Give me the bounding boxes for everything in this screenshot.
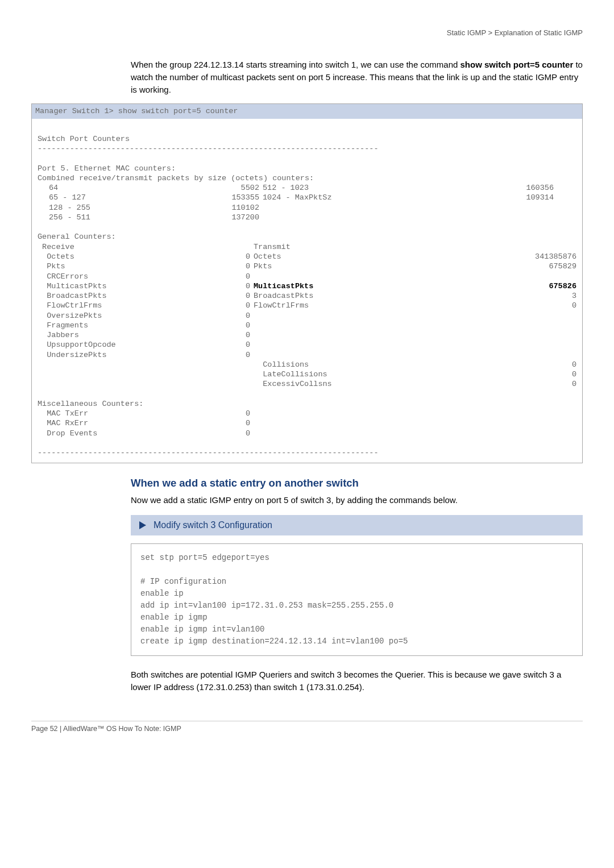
counter-tx-value xyxy=(486,272,576,281)
modify-config-label: Modify switch 3 Configuration xyxy=(154,520,272,530)
counter-tx-value: 341385876 xyxy=(486,252,576,261)
page-footer: Page 52 | AlliedWare™ OS How To Note: IG… xyxy=(31,721,583,733)
size-range-label: 256 - 511 xyxy=(38,213,208,222)
counter-tx-value: 675826 xyxy=(486,281,576,291)
misc-counter-value: 0 xyxy=(231,418,250,428)
combined-heading: Combined receive/transmit packets by siz… xyxy=(38,173,576,183)
size-range-right-value: 160356 xyxy=(503,183,576,193)
counter-rx-value: 0 xyxy=(231,272,250,281)
counter-tx-value: 0 xyxy=(486,301,576,310)
counter-tx-only-label: Collisions xyxy=(250,360,486,369)
size-range-right-value: 109314 xyxy=(503,193,576,202)
counter-rx-value: 0 xyxy=(231,261,250,271)
counter-rx-label: Jabbers xyxy=(38,330,231,340)
counter-tx-label xyxy=(250,311,486,321)
size-range-label: 65 - 127 xyxy=(38,193,208,202)
counter-tx-label xyxy=(250,321,486,330)
counter-tx-only-value: 0 xyxy=(486,379,576,389)
counter-tx-label xyxy=(250,330,486,340)
counter-tx-label xyxy=(250,350,486,360)
misc-counter-label: MAC RxErr xyxy=(38,418,231,428)
size-range-value: 137200 xyxy=(208,213,259,222)
counter-rx-value: 0 xyxy=(231,291,250,301)
terminal-rule-bottom: ----------------------------------------… xyxy=(38,448,576,458)
counter-rx-value: 0 xyxy=(231,321,250,330)
receive-label: Receive xyxy=(38,242,231,252)
counter-tx-only-label: LateCollisions xyxy=(250,369,486,379)
terminal-title: Switch Port Counters xyxy=(38,134,576,144)
counter-rx-label: OversizePkts xyxy=(38,311,231,321)
config-code-block: set stp port=5 edgeport=yes # IP configu… xyxy=(131,543,583,656)
size-range-label: 128 - 255 xyxy=(38,203,208,213)
counter-tx-label xyxy=(250,272,486,281)
counter-tx-label: MulticastPkts xyxy=(250,281,486,291)
triangle-right-icon xyxy=(139,521,147,530)
section-body-1: Now we add a static IGMP entry on port 5… xyxy=(131,494,583,506)
breadcrumb: Static IGMP > Explanation of Static IGMP xyxy=(31,28,583,37)
intro-text-pre: When the group 224.12.13.14 starts strea… xyxy=(131,60,460,69)
counter-tx-value xyxy=(486,321,576,330)
section-heading: When we add a static entry on another sw… xyxy=(131,477,583,489)
transmit-label: Transmit xyxy=(250,242,486,252)
size-range-value: 110102 xyxy=(208,203,259,213)
misc-heading: Miscellaneous Counters: xyxy=(38,399,576,409)
intro-paragraph: When the group 224.12.13.14 starts strea… xyxy=(131,59,583,95)
counter-rx-value: 0 xyxy=(231,252,250,261)
counter-tx-only-value: 0 xyxy=(486,360,576,369)
size-range-right-label xyxy=(259,213,503,222)
counter-tx-value xyxy=(486,311,576,321)
counter-tx-value xyxy=(486,340,576,350)
size-range-right-value xyxy=(503,203,576,213)
counter-tx-value: 3 xyxy=(486,291,576,301)
counter-tx-label: Pkts xyxy=(250,261,486,271)
size-range-right-value xyxy=(503,213,576,222)
size-range-label: 64 xyxy=(38,183,208,193)
counter-rx-label: UndersizePkts xyxy=(38,350,231,360)
modify-config-bar: Modify switch 3 Configuration xyxy=(131,515,583,535)
size-range-right-label: 1024 - MaxPktSz xyxy=(259,193,503,202)
size-range-right-label xyxy=(259,203,503,213)
counter-rx-label: MulticastPkts xyxy=(38,281,231,291)
counter-rx-value: 0 xyxy=(231,301,250,310)
counter-rx-value: 0 xyxy=(231,350,250,360)
counter-tx-label: BroadcastPkts xyxy=(250,291,486,301)
size-range-right-label: 512 - 1023 xyxy=(259,183,503,193)
counter-tx-only-label: ExcessivCollsns xyxy=(250,379,486,389)
terminal-output: Manager Switch 1> show switch port=5 cou… xyxy=(31,103,583,463)
counter-rx-label: Octets xyxy=(38,252,231,261)
misc-counter-label: Drop Events xyxy=(38,429,231,438)
counter-tx-value xyxy=(486,330,576,340)
counter-rx-label: FlowCtrlFrms xyxy=(38,301,231,310)
intro-cmd: show switch port=5 counter xyxy=(460,60,574,69)
counter-tx-value: 675829 xyxy=(486,261,576,271)
counter-rx-value: 0 xyxy=(231,311,250,321)
counter-rx-label: BroadcastPkts xyxy=(38,291,231,301)
general-heading: General Counters: xyxy=(38,232,576,242)
svg-marker-0 xyxy=(139,521,146,529)
misc-counter-value: 0 xyxy=(231,409,250,418)
counter-rx-value: 0 xyxy=(231,340,250,350)
size-range-value: 5502 xyxy=(208,183,259,193)
counter-rx-label: UpsupportOpcode xyxy=(38,340,231,350)
counter-tx-value xyxy=(486,350,576,360)
section-body-2: Both switches are potential IGMP Querier… xyxy=(131,668,583,693)
terminal-command-line: Manager Switch 1> show switch port=5 cou… xyxy=(32,104,582,118)
port-heading: Port 5. Ethernet MAC counters: xyxy=(38,164,576,173)
counter-tx-only-value: 0 xyxy=(486,369,576,379)
counter-rx-label: Fragments xyxy=(38,321,231,330)
counter-tx-label: FlowCtrlFrms xyxy=(250,301,486,310)
counter-rx-label: CRCErrors xyxy=(38,272,231,281)
counter-rx-value: 0 xyxy=(231,281,250,291)
misc-counter-label: MAC TxErr xyxy=(38,409,231,418)
counter-rx-label: Pkts xyxy=(38,261,231,271)
terminal-rule: ----------------------------------------… xyxy=(38,144,576,153)
counter-rx-value: 0 xyxy=(231,330,250,340)
misc-counter-value: 0 xyxy=(231,429,250,438)
counter-tx-label: Octets xyxy=(250,252,486,261)
counter-tx-label xyxy=(250,340,486,350)
size-range-value: 153355 xyxy=(208,193,259,202)
